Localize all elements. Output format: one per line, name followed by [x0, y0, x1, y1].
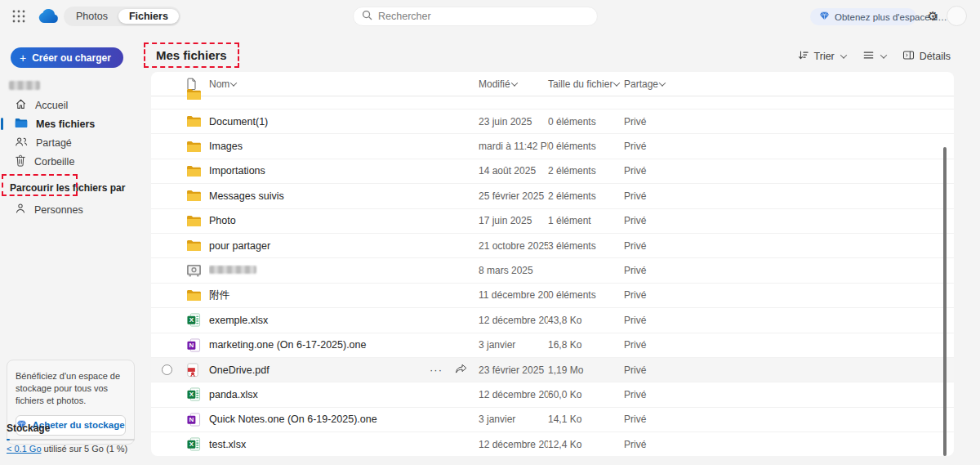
table-row[interactable]: Messages suivis ··· 25 février 2025 2 él…: [151, 184, 954, 208]
row-select-radio[interactable]: [162, 364, 172, 375]
file-name[interactable]: Photo: [209, 215, 236, 226]
table-row[interactable]: 附件 ··· 11 décembre 20... 0 éléments Priv…: [151, 284, 954, 308]
table-row[interactable]: ··· 8 mars 2025 Privé: [151, 258, 954, 283]
column-header-taille[interactable]: Taille du fichier: [548, 78, 624, 90]
sidebar: + Créer ou charger Accueil Mes fichiers …: [0, 33, 151, 465]
table-row[interactable]: pour partager ··· 21 octobre 2025 3 élém…: [151, 234, 954, 258]
vertical-scrollbar[interactable]: [943, 147, 947, 456]
get-more-storage-button[interactable]: Obtenez plus d'espace d…: [810, 8, 916, 25]
file-size: 16,8 Ko: [548, 339, 624, 351]
folder-icon: [186, 239, 202, 252]
file-share-status: Privé: [624, 289, 697, 301]
chevron-down-icon: [659, 79, 666, 86]
svg-text:X: X: [189, 317, 194, 324]
search-icon: [362, 9, 372, 24]
file-name[interactable]: 附件: [209, 288, 229, 302]
sidebar-item-personnes[interactable]: Personnes: [0, 200, 151, 219]
file-size: 2 éléments: [548, 165, 624, 177]
file-name[interactable]: exemple.xlsx: [209, 315, 268, 326]
file-modified: 17 juin 2025: [479, 215, 548, 226]
file-name[interactable]: Document(1): [209, 116, 268, 127]
table-row[interactable]: Photo ··· 17 juin 2025 1 élément Privé: [151, 209, 954, 234]
details-button[interactable]: Détails: [902, 49, 951, 64]
sort-icon: [797, 49, 809, 64]
browse-files-heading: Parcourir les fichiers par: [0, 171, 151, 200]
file-size: 43,8 Ko: [548, 315, 624, 326]
sort-button[interactable]: Trier: [797, 49, 846, 64]
file-name[interactable]: Images: [209, 141, 243, 152]
view-options-button[interactable]: [862, 49, 886, 64]
table-row[interactable]: Importations ··· 14 août 2025 2 éléments…: [151, 159, 954, 184]
file-name[interactable]: Messages suivis: [209, 190, 284, 202]
file-modified: 23 juin 2025: [479, 116, 548, 127]
table-row[interactable]: N marketing.one (On 6-17-2025).one ··· 3…: [151, 333, 954, 358]
storage-usage-rest: utilisé sur 5 Go (1 %): [44, 444, 128, 454]
file-modified: 12 décembre 20...: [479, 439, 548, 450]
app-launcher-icon[interactable]: [11, 9, 26, 24]
sidebar-nav: Accueil Mes fichiers Partagé Corbeille P…: [0, 96, 151, 219]
folder-icon: [186, 88, 202, 101]
sidebar-item-mes-fichiers[interactable]: Mes fichiers: [0, 114, 151, 133]
tab-fichiers[interactable]: Fichiers: [118, 9, 179, 24]
folder-icon: [186, 115, 202, 127]
table-row[interactable]: X test.xlsx ··· 12 décembre 20... 12,4 K…: [151, 432, 954, 456]
column-header-modifie[interactable]: Modifié: [479, 78, 548, 90]
svg-text:X: X: [189, 441, 194, 449]
file-modified: 25 février 2025: [479, 190, 548, 202]
tab-photos[interactable]: Photos: [65, 9, 118, 24]
storage-usage-bar: [7, 439, 135, 440]
table-row[interactable]: X panda.xlsx ··· 12 décembre 20... 60,0 …: [151, 382, 954, 407]
storage-usage-link[interactable]: < 0.1 Go: [7, 444, 42, 454]
sidebar-item-partage[interactable]: Partagé: [0, 133, 151, 152]
sidebar-item-accueil[interactable]: Accueil: [0, 96, 151, 114]
more-actions-icon[interactable]: ···: [430, 364, 443, 376]
onedrive-logo-icon[interactable]: [34, 7, 59, 25]
file-size: 0 éléments: [548, 116, 624, 127]
file-modified: 12 décembre 20...: [479, 315, 548, 326]
file-share-status: Privé: [624, 215, 697, 226]
table-row[interactable]: X exemple.xlsx ··· 12 décembre 20... 43,…: [151, 308, 954, 333]
file-name-redacted: [209, 266, 256, 274]
file-size: 12,4 Ko: [548, 439, 624, 450]
file-modified: 14 août 2025: [479, 165, 548, 177]
person-icon: [15, 203, 26, 217]
table-row[interactable]: Document(1) ··· 23 juin 2025 0 éléments …: [151, 110, 954, 134]
file-name[interactable]: [209, 265, 256, 276]
details-label: Détails: [920, 51, 951, 62]
table-header: Nom Modifié Taille du fichier Partage: [151, 72, 954, 96]
onenote-file-icon: N: [186, 413, 201, 427]
share-icon[interactable]: [455, 364, 467, 377]
search-bar[interactable]: [353, 7, 598, 26]
table-row[interactable]: ···: [151, 96, 954, 110]
table-row[interactable]: Images ··· mardi à 11:42 PM 0 éléments P…: [151, 134, 954, 159]
table-row[interactable]: N Quick Notes.one (On 6-19-2025).one ···…: [151, 408, 954, 432]
storage-usage-text: < 0.1 Go utilisé sur 5 Go (1 %): [7, 444, 127, 454]
file-name[interactable]: OneDrive.pdf: [209, 364, 270, 376]
column-header-nom[interactable]: Nom: [209, 78, 479, 90]
sidebar-item-corbeille[interactable]: Corbeille: [0, 152, 151, 171]
column-header-partage[interactable]: Partage: [624, 78, 697, 90]
file-modified: 12 décembre 20...: [479, 389, 548, 400]
file-size: 1,19 Mo: [548, 364, 624, 376]
file-size: 60,0 Ko: [548, 389, 624, 400]
file-name[interactable]: panda.xlsx: [209, 389, 258, 400]
svg-text:X: X: [189, 391, 194, 399]
file-name[interactable]: Quick Notes.one (On 6-19-2025).one: [209, 414, 377, 425]
file-name[interactable]: test.xlsx: [209, 439, 246, 450]
file-share-status: Privé: [624, 165, 697, 177]
sort-label: Trier: [814, 51, 835, 62]
search-input[interactable]: [378, 11, 589, 22]
table-row[interactable]: OneDrive.pdf ··· 23 février 2025 1,19 Mo…: [151, 358, 954, 382]
chevron-down-icon: [510, 79, 517, 86]
chevron-down-icon: [840, 51, 847, 58]
folder-icon: [15, 118, 28, 131]
create-or-upload-button[interactable]: + Créer ou charger: [11, 47, 123, 68]
file-name[interactable]: marketing.one (On 6-17-2025).one: [209, 339, 366, 351]
settings-gear-icon[interactable]: ⚙: [928, 9, 938, 24]
file-modified: 11 décembre 20...: [479, 289, 548, 301]
file-share-status: Privé: [624, 339, 697, 351]
file-name[interactable]: Importations: [209, 165, 265, 177]
account-avatar[interactable]: [947, 6, 967, 26]
file-size: 0 éléments: [548, 141, 624, 152]
file-name[interactable]: pour partager: [209, 240, 270, 252]
